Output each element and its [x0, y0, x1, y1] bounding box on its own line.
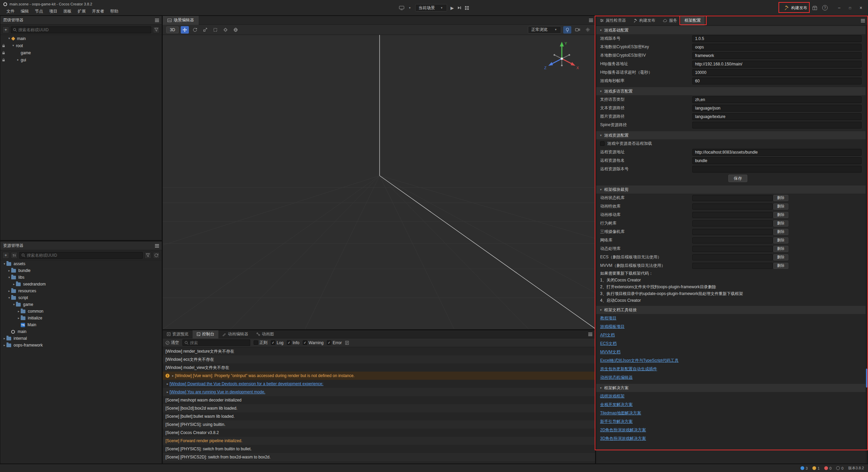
asset-node-main-ts[interactable]: TSMain — [0, 321, 162, 328]
lock-icon[interactable] — [0, 58, 6, 62]
section-game-language[interactable]: 游戏多语言配置 — [596, 87, 866, 95]
console-line[interactable]: [Window] model_view文件夹不存在 — [163, 363, 595, 372]
minimize-button[interactable] — [835, 4, 844, 11]
coordinate-space-icon[interactable] — [232, 26, 240, 34]
doc-link[interactable]: MVVM文档 — [600, 349, 620, 355]
filter-info[interactable]: Info — [287, 340, 299, 345]
tab-framework-config[interactable]: 框架配置 — [681, 16, 705, 25]
tab-service[interactable]: 服务 — [659, 16, 681, 25]
export-log-icon[interactable] — [345, 341, 349, 345]
expand-arrow-icon[interactable] — [11, 44, 15, 47]
orientation-gizmo[interactable]: Y X Z — [541, 38, 582, 74]
console-line-link[interactable]: [Window] Download the Vue Devtools exten… — [163, 380, 595, 388]
expand-arrow-icon[interactable] — [7, 37, 11, 40]
delete-button[interactable]: 删除 — [773, 229, 788, 235]
regex-toggle[interactable]: 正则 — [254, 340, 268, 346]
console-line[interactable]: [Window] ecs文件夹不存在 — [163, 355, 595, 363]
asset-node-common[interactable]: common — [0, 308, 162, 315]
message-count[interactable]: 3 — [801, 466, 808, 470]
hierarchy-node-game[interactable]: game — [0, 49, 162, 56]
add-asset-button[interactable] — [2, 252, 9, 259]
remote-url-input[interactable] — [692, 149, 862, 156]
menu-developer[interactable]: 开发者 — [89, 8, 107, 14]
section-doc-links[interactable]: 框架文档工具链接 — [596, 306, 866, 314]
inspector-scrollbar[interactable] — [866, 25, 868, 464]
console-line[interactable]: [Window] render_texture文件夹不存在 — [163, 347, 595, 355]
camera-icon[interactable] — [573, 26, 581, 34]
clear-console-button[interactable]: 清空 — [165, 340, 179, 346]
hierarchy-node-root[interactable]: root — [0, 42, 162, 49]
tab-animation-editor[interactable]: 动画编辑器 — [218, 330, 252, 338]
text-path-input[interactable] — [692, 105, 862, 112]
regex-checkbox[interactable] — [254, 340, 258, 345]
log-checkbox[interactable] — [271, 340, 275, 345]
rect-tool-icon[interactable] — [211, 26, 219, 34]
console-line[interactable]: [Scene] [PHYSICS2D]: switch from box2d-w… — [163, 453, 595, 461]
scene-viewport[interactable]: Y X Z — [163, 35, 595, 329]
asset-node-oops-framework[interactable]: oops-framework — [0, 342, 162, 349]
console-line-warning[interactable]: [Scene] Forward render pipeline initiali… — [163, 437, 595, 445]
panel-menu-icon[interactable] — [589, 19, 593, 22]
rotate-tool-icon[interactable] — [191, 26, 199, 34]
delete-button[interactable]: 删除 — [773, 212, 788, 218]
doc-link[interactable]: 游戏模板项目 — [600, 324, 625, 330]
section-game-resources[interactable]: 游戏资源配置 — [596, 131, 866, 139]
pivot-tool-icon[interactable] — [221, 26, 230, 34]
delete-button[interactable]: 删除 — [773, 263, 788, 269]
refresh-icon[interactable] — [153, 252, 160, 259]
solution-link[interactable]: Tiledmap地图解决方案 — [600, 410, 641, 416]
maximize-button[interactable] — [846, 4, 854, 11]
menu-panel[interactable]: 面板 — [60, 8, 75, 14]
filter-warning[interactable]: Warning — [303, 340, 323, 345]
filter-icon[interactable] — [153, 26, 160, 33]
remote-load-checkbox[interactable] — [600, 141, 605, 146]
doc-link[interactable]: ECS文档 — [600, 341, 617, 347]
spine-path-input[interactable] — [692, 122, 862, 129]
tab-animation-graph[interactable]: 动画图 — [252, 330, 278, 338]
delete-button[interactable]: 删除 — [773, 237, 788, 243]
asset-node-assets[interactable]: assets — [0, 260, 162, 267]
add-node-button[interactable] — [2, 26, 9, 33]
game-version-input[interactable] — [692, 35, 862, 42]
3d-mode-button[interactable]: 3D — [166, 26, 179, 33]
assets-search-input[interactable] — [27, 253, 141, 258]
tab-inspector[interactable]: 属性检查器 — [596, 16, 630, 25]
warning-count[interactable]: 1 — [812, 466, 820, 470]
section-framework-modules[interactable]: 框架模块裁剪 — [596, 185, 866, 194]
console-search-input[interactable] — [190, 340, 248, 345]
console-line-link[interactable]: [Window] You are running Vue in developm… — [163, 388, 595, 396]
expand-arrow-icon[interactable] — [165, 391, 170, 394]
panel-menu-icon[interactable] — [155, 19, 159, 22]
scale-tool-icon[interactable] — [201, 26, 209, 34]
package-icon[interactable] — [812, 6, 817, 10]
asset-node-bundle[interactable]: bundle — [0, 267, 162, 274]
build-publish-button[interactable]: 构建发布 — [784, 5, 807, 11]
delete-button[interactable]: 删除 — [773, 254, 788, 260]
chevron-down-icon[interactable] — [408, 6, 412, 9]
solution-link[interactable]: 3D角色扮演游戏解决方案 — [600, 436, 646, 441]
languages-input[interactable] — [692, 96, 862, 103]
menu-node[interactable]: 节点 — [32, 8, 46, 14]
menu-extension[interactable]: 扩展 — [75, 8, 89, 14]
http-server-input[interactable] — [692, 61, 862, 67]
console-line[interactable]: [Scene] [box2d]:box2d wasm lib loaded. — [163, 404, 595, 412]
crypto-iv-input[interactable] — [692, 52, 862, 59]
frame-rate-input[interactable] — [692, 78, 862, 84]
hierarchy-node-gui[interactable]: gui — [0, 56, 162, 63]
menu-help[interactable]: 帮助 — [107, 8, 121, 14]
lock-icon[interactable] — [0, 44, 6, 47]
solution-link[interactable]: 全栈开发解决方案 — [600, 402, 633, 408]
console-line[interactable]: [Scene] meshopt wasm decoder initialized — [163, 396, 595, 404]
console-line[interactable]: [Scene] Cocos Creator v3.8.2 — [163, 429, 595, 437]
tab-asset-preview[interactable]: 资源预览 — [163, 330, 193, 338]
sort-icon[interactable] — [11, 252, 18, 259]
panel-menu-icon[interactable] — [861, 19, 865, 22]
asset-node-libs[interactable]: libs — [0, 274, 162, 281]
notice-count[interactable]: 0 — [836, 466, 843, 470]
delete-button[interactable]: 删除 — [773, 195, 788, 201]
save-button[interactable]: 保存 — [728, 175, 747, 182]
remote-bundle-input[interactable] — [692, 157, 862, 164]
menu-project[interactable]: 项目 — [46, 8, 60, 14]
close-button[interactable] — [856, 4, 865, 11]
delete-button[interactable]: 删除 — [773, 246, 788, 252]
